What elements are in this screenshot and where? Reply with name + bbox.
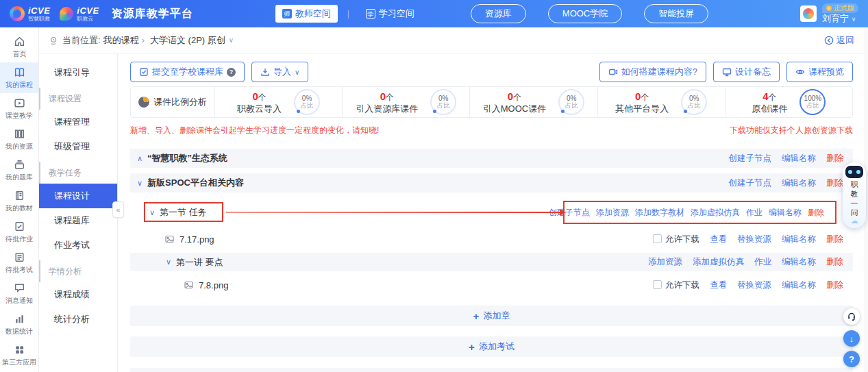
icve-fan-logo-icon xyxy=(60,7,73,21)
download-tray-icon xyxy=(260,67,270,77)
menu-item-homework-exam[interactable]: 作业考试 xyxy=(39,233,117,258)
sidebar-item-label: 首页 xyxy=(12,49,26,58)
sidebar-collapse-handle[interactable]: « xyxy=(112,201,124,218)
menu-item-course-design[interactable]: 课程设计 xyxy=(39,184,117,208)
chevron-down-icon: ∨ xyxy=(852,16,856,23)
link-smart-screen[interactable]: 智能投屏 xyxy=(644,4,708,23)
breadcrumb-chevron-down-icon[interactable]: ∨ xyxy=(229,36,234,44)
sidebar-item-my-resources[interactable]: 我的资源 xyxy=(0,124,38,155)
how-to-build-button[interactable]: 如何搭建课程内容? xyxy=(599,62,706,82)
menu-item-course-management[interactable]: 课程管理 xyxy=(39,110,117,134)
sidebar-item-pending-exams[interactable]: 待批考试 xyxy=(0,247,38,278)
menu-item-course-question-bank[interactable]: 课程题库 xyxy=(39,208,117,233)
add-virtual-simulation-link[interactable]: 添加虚拟仿真 xyxy=(691,207,740,219)
expand-caret-icon[interactable]: ∨ xyxy=(166,258,171,266)
help-circle-icon[interactable]: ? xyxy=(227,68,236,77)
section-row-highlighted: ∨ 第一节 任务 创建子节点 添加资源 添加数字教材 添加虚拟仿真 作业 编辑名… xyxy=(130,201,853,223)
tab-learning-space[interactable]: 学 学习空间 xyxy=(359,5,421,23)
expand-caret-icon[interactable]: ∨ xyxy=(149,208,155,217)
create-child-node-link[interactable]: 创建子节点 xyxy=(729,153,772,164)
add-virtual-simulation-link[interactable]: 添加虚拟仿真 xyxy=(693,256,744,268)
chapter-row: ∧ “智慧职教”生态系统 创建子节点 编辑名称 删除 xyxy=(130,149,853,168)
replace-resource-link[interactable]: 替换资源 xyxy=(737,280,771,291)
download-arrow-icon: ↓ xyxy=(850,334,854,344)
add-exam-button[interactable]: + 添加考试 xyxy=(130,336,853,357)
course-preview-button[interactable]: 课程预览 xyxy=(786,62,853,82)
logo-icve-zhihuizhijiao: iCVE 智慧职教 xyxy=(10,6,50,22)
menu-item-statistical-analysis[interactable]: 统计分析 xyxy=(39,307,117,332)
sidebar-item-third-party-apps[interactable]: 第三方应用 xyxy=(0,340,38,371)
collapse-caret-icon[interactable]: ∧ xyxy=(137,154,142,163)
create-child-node-link[interactable]: 创建子节点 xyxy=(729,177,772,189)
help-fab-button[interactable]: ? xyxy=(843,351,860,367)
avatar[interactable] xyxy=(800,5,817,22)
stat-percent: 0% xyxy=(689,95,699,103)
breadcrumb: 当前位置: 我的课程 › 大学语文 (2P) 原创 ∨ 返回 xyxy=(39,27,868,53)
replace-resource-link[interactable]: 替换资源 xyxy=(737,234,771,245)
breadcrumb-parent-link[interactable]: 我的课程 xyxy=(103,34,139,47)
design-memo-label: 设计备忘 xyxy=(735,66,771,78)
view-link[interactable]: 查看 xyxy=(710,280,727,291)
clipboard-check-icon xyxy=(139,67,149,77)
sidebar-item-classroom-teaching[interactable]: 课堂教学 xyxy=(0,93,38,124)
sidebar-item-my-textbooks[interactable]: 我的教材 xyxy=(0,186,38,216)
expand-caret-icon[interactable]: ∨ xyxy=(137,179,142,188)
homework-link[interactable]: 作业 xyxy=(754,256,771,268)
delete-link[interactable]: 删除 xyxy=(826,177,843,189)
homework-link[interactable]: 作业 xyxy=(746,207,762,219)
stat-percent: 0% xyxy=(438,95,448,103)
import-button[interactable]: 导入 ∨ xyxy=(251,62,308,82)
user-menu[interactable]: 刘育宁 ∨ xyxy=(822,13,858,24)
delete-link[interactable]: 删除 xyxy=(826,280,843,291)
delete-link[interactable]: 删除 xyxy=(826,153,843,164)
delete-link[interactable]: 删除 xyxy=(808,207,824,219)
edit-name-link[interactable]: 编辑名称 xyxy=(782,234,816,245)
delete-link[interactable]: 删除 xyxy=(826,256,843,268)
tab-teacher-space[interactable]: 师 教师空间 xyxy=(275,5,338,23)
add-resource-link[interactable]: 添加资源 xyxy=(596,207,629,219)
import-button-label: 导入 xyxy=(273,66,291,78)
sidebar-item-home[interactable]: 首页 xyxy=(0,32,38,62)
edit-name-link[interactable]: 编辑名称 xyxy=(769,207,802,219)
stats-title: 课件比例分析 xyxy=(153,96,207,108)
menu-item-course-grades[interactable]: 课程成绩 xyxy=(39,282,117,307)
percent-ring: 0% 占比 xyxy=(681,89,707,115)
view-link[interactable]: 查看 xyxy=(710,234,727,245)
sidebar-item-label: 我的教材 xyxy=(5,203,33,212)
add-exam-label: 添加考试 xyxy=(479,340,514,353)
submit-to-school-library-button[interactable]: 提交至学校课程库 ? xyxy=(130,62,245,82)
link-mooc-academy[interactable]: MOOC学院 xyxy=(548,4,622,23)
stat-percent: 100% xyxy=(804,95,822,103)
download-fab-button[interactable]: ↓ xyxy=(843,330,860,347)
edit-name-link[interactable]: 编辑名称 xyxy=(782,177,816,189)
back-button[interactable]: 返回 xyxy=(824,34,854,47)
design-memo-button[interactable]: 设计备忘 xyxy=(713,62,780,82)
allow-download-checkbox[interactable] xyxy=(653,280,662,289)
edit-name-link[interactable]: 编辑名称 xyxy=(782,280,816,291)
resource-file-row: 7.17.png 允许下载 查看 替换资源 编辑名称 删除 xyxy=(130,230,853,248)
add-digital-textbook-link[interactable]: 添加数字教材 xyxy=(635,207,684,219)
ai-assistant-tab[interactable]: 职教一问 ☁ xyxy=(843,162,866,228)
sidebar-item-statistics[interactable]: 数据统计 xyxy=(0,309,38,340)
add-resource-link[interactable]: 添加资源 xyxy=(648,256,682,268)
sidebar-item-my-courses[interactable]: 我的课程 xyxy=(0,62,38,93)
delete-link[interactable]: 删除 xyxy=(826,234,843,245)
add-chapter-button[interactable]: + 添加章 xyxy=(130,306,853,326)
edit-name-link[interactable]: 编辑名称 xyxy=(782,256,816,268)
link-resource-library[interactable]: 资源库 xyxy=(471,4,526,23)
sidebar-item-my-question-bank[interactable]: 我的题库 xyxy=(0,155,38,186)
create-child-node-link[interactable]: 创建子节点 xyxy=(549,207,590,219)
customer-support-button[interactable] xyxy=(843,308,860,325)
menu-item-class-management[interactable]: 班级管理 xyxy=(39,134,117,159)
icve-swirl-logo-icon xyxy=(10,6,25,21)
tab-teacher-space-label: 教师空间 xyxy=(295,8,331,20)
tab-learning-space-label: 学习空间 xyxy=(379,8,414,20)
resource-file-row: 7.8.png 允许下载 查看 替换资源 编辑名称 删除 xyxy=(130,276,853,294)
edit-name-link[interactable]: 编辑名称 xyxy=(782,153,816,164)
cloud-icon: ☁ xyxy=(851,218,858,224)
menu-item-course-guide[interactable]: 课程引导 xyxy=(39,60,117,85)
allow-download-checkbox[interactable] xyxy=(653,234,662,243)
sidebar-item-pending-homework[interactable]: 待批作业 xyxy=(0,216,38,247)
top-header: iCVE 智慧职教 iCVE 职教云 资源库教学平台 师 教师空间 | 学 学习… xyxy=(0,0,868,27)
sidebar-item-notifications[interactable]: 消息通知 xyxy=(0,278,38,309)
